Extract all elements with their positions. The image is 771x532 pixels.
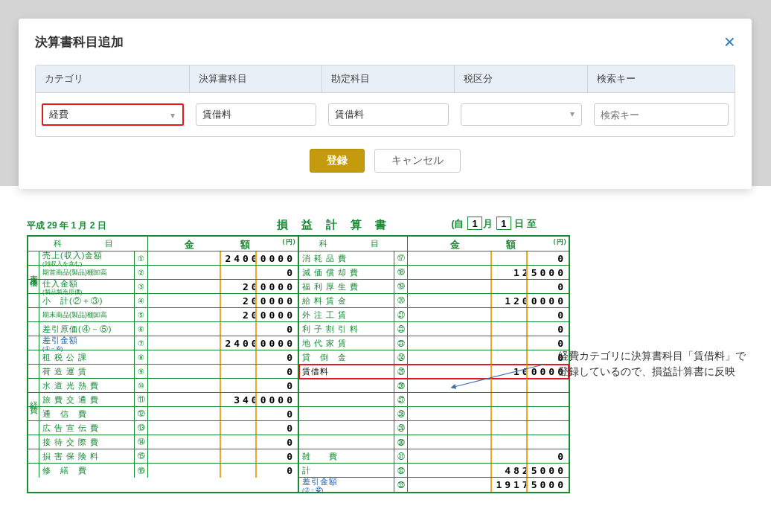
- row-name: 売上(収入)金額(雑収入を含む): [39, 251, 135, 265]
- row-num: ⑮: [135, 449, 148, 463]
- row-name: 仕入金額(製品製造原価): [39, 280, 135, 293]
- row-name: 利 子 割 引 料: [299, 322, 394, 336]
- row-name: 地 代 家 賃: [299, 336, 394, 350]
- row-num: ⑯: [135, 464, 148, 478]
- ledger-row: 利 子 割 引 料㉒0: [299, 322, 569, 336]
- row-name: 差引金額(⑦－㉜): [299, 478, 394, 492]
- ledger-row: 期末商品(製品)棚卸高⑤200000: [28, 308, 298, 322]
- submit-button[interactable]: 登録: [310, 149, 365, 173]
- row-num: ㉓: [394, 336, 408, 350]
- row-name: 小 計(②＋③): [39, 294, 135, 307]
- row-amount: 19175000: [408, 478, 569, 492]
- category-select-highlight: [42, 103, 184, 126]
- row-name: [299, 393, 394, 406]
- row-num: ⑫: [135, 407, 148, 420]
- row-amount: [408, 407, 569, 420]
- row-num: ⑭: [135, 435, 148, 449]
- category-select[interactable]: [43, 105, 182, 124]
- ledger-title: 損益計算書: [277, 218, 400, 232]
- close-icon[interactable]: ×: [724, 32, 735, 51]
- add-subject-dialog: 決算書科目追加 × カテゴリ 決算書科目 勘定科目 税区分 検索キー 登録 キャ…: [19, 19, 752, 189]
- ledger-row: 消 耗 品 費⑰0: [299, 251, 569, 266]
- ledger-row: 福 利 厚 生 費⑲0: [299, 280, 569, 294]
- header-category: カテゴリ: [36, 65, 190, 92]
- form-table: カテゴリ 決算書科目 勘定科目 税区分 検索キー: [35, 65, 735, 137]
- row-name: 広 告 宣 伝 費: [39, 421, 135, 435]
- row-amount: 0: [148, 435, 298, 449]
- row-amount: 0: [148, 365, 298, 378]
- row-name: 租 税 公 課: [39, 350, 135, 364]
- row-amount: 3400000: [148, 393, 298, 406]
- row-name: [299, 379, 394, 392]
- tax-select[interactable]: [461, 103, 581, 126]
- row-name: 賃借料: [299, 365, 394, 378]
- row-name: 福 利 厚 生 費: [299, 280, 394, 293]
- row-amount: 0: [148, 266, 298, 279]
- row-num: ⑳: [394, 294, 408, 307]
- row-num: ㉙: [394, 421, 408, 435]
- searchkey-input[interactable]: [594, 103, 729, 126]
- row-amount: 0: [148, 350, 298, 364]
- ledger-row: 広 告 宣 伝 費⑬0: [28, 421, 298, 435]
- col-amount: 金 額(円): [148, 237, 298, 251]
- row-name: 外 注 工 賃: [299, 308, 394, 321]
- row-name: 計: [299, 464, 394, 477]
- row-amount: 4825000: [408, 464, 569, 477]
- row-amount: 0: [408, 280, 569, 293]
- row-num: ⑧: [135, 350, 148, 364]
- row-name: 貸 倒 金: [299, 350, 394, 364]
- row-num: ⑦: [135, 336, 148, 350]
- svg-line-0: [454, 365, 543, 387]
- row-num: ㉝: [394, 478, 408, 492]
- ledger-row: ㉗: [299, 393, 569, 407]
- row-num: ㉔: [394, 350, 408, 364]
- ledger-row: ㉙: [299, 421, 569, 435]
- col-subject-r: 科 目: [299, 237, 408, 251]
- col-subject: 科 目: [28, 237, 148, 251]
- account-input[interactable]: [328, 103, 449, 126]
- row-amount: 0: [148, 407, 298, 420]
- sidelabel-bottom: 経費: [28, 394, 39, 403]
- row-num: ㉘: [394, 407, 408, 420]
- ledger-row: 損 害 保 険 料⑮0: [28, 449, 298, 464]
- row-name: 水 道 光 熱 費: [39, 379, 135, 392]
- row-amount: 0: [148, 322, 298, 336]
- sidelabel-top: 売上原価: [28, 268, 39, 274]
- row-amount: 0: [148, 464, 298, 478]
- row-amount: 200000: [148, 280, 298, 293]
- ledger-left: 科 目 金 額(円) 売上(収入)金額(雑収入を含む)①24000000期首商品…: [28, 237, 299, 492]
- row-amount: [408, 435, 569, 449]
- ledger-row: 水 道 光 熱 費⑩0: [28, 379, 298, 393]
- row-amount: 200000: [148, 294, 298, 307]
- ledger-row: 差引金額(①－⑥)⑦24000000: [28, 336, 298, 350]
- ledger-row: 減 価 償 却 費⑱125000: [299, 266, 569, 280]
- cancel-button[interactable]: キャンセル: [374, 149, 461, 173]
- row-num: ⑨: [135, 365, 148, 378]
- row-amount: 0: [148, 449, 298, 463]
- row-amount: 0: [408, 251, 569, 265]
- subject-input[interactable]: [196, 103, 316, 126]
- row-num: ①: [135, 251, 148, 265]
- row-amount: 0: [408, 308, 569, 321]
- header-searchkey: 検索キー: [588, 65, 735, 92]
- header-tax: 税区分: [455, 65, 587, 92]
- ledger-row: 外 注 工 賃㉑0: [299, 308, 569, 322]
- row-num: ㉑: [394, 308, 408, 321]
- ledger-row: 荷 造 運 賃⑨0: [28, 365, 298, 379]
- row-num: ②: [135, 266, 148, 279]
- annotation-arrow-icon: [447, 357, 551, 394]
- row-amount: [408, 421, 569, 435]
- ledger-row: 差引金額(⑦－㉜)㉝19175000: [299, 478, 569, 492]
- row-name: 修 繕 費: [39, 464, 135, 478]
- col-amount-r: 金 額(円): [408, 237, 569, 251]
- ledger-date: 平成 29 年 1 月 2 日: [27, 219, 106, 232]
- row-amount: 0: [148, 421, 298, 435]
- ledger-row: ㉘: [299, 407, 569, 421]
- row-name: 消 耗 品 費: [299, 251, 394, 265]
- ledger-row: 雑 費㉛0: [299, 449, 569, 464]
- row-amount: 200000: [148, 308, 298, 321]
- row-num: ⑪: [135, 393, 148, 406]
- ledger-row: 計㉜4825000: [299, 464, 569, 478]
- ledger-row: 修 繕 費⑯0: [28, 464, 298, 478]
- row-amount: 0: [408, 336, 569, 350]
